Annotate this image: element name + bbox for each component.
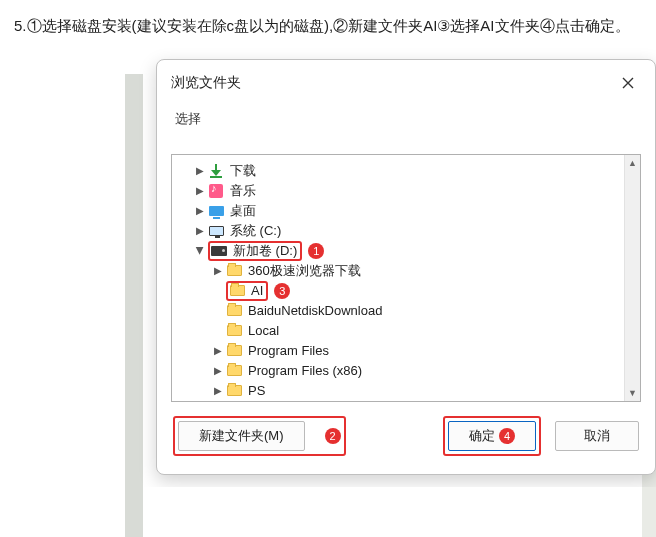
tree-item[interactable]: ▶ PS [176, 381, 636, 401]
tree-label: 新加卷 (D:) [233, 242, 297, 260]
callout-highlight: 确定 4 [443, 416, 541, 456]
folder-tree: ▶ 下载 ▶ 音乐 ▶ 桌面 ▶ 系统 (C:) [171, 154, 641, 402]
callout-highlight: AI [226, 281, 268, 301]
callout-highlight: 新加卷 (D:) [208, 241, 302, 261]
browse-folder-dialog: 浏览文件夹 选择 ▶ 下载 ▶ 音乐 ▶ 桌 [156, 59, 656, 475]
callout-badge: 2 [325, 428, 341, 444]
tree-item-music[interactable]: ▶ 音乐 [176, 181, 636, 201]
tree-item[interactable]: ▶ Program Files (x86) [176, 361, 636, 381]
dialog-buttons: 新建文件夹(M) 2 确定 4 取消 [171, 416, 641, 460]
chevron-right-icon[interactable]: ▶ [212, 345, 224, 356]
folder-icon [226, 343, 242, 359]
callout-badge: 3 [274, 283, 290, 299]
chevron-right-icon[interactable]: ▶ [194, 225, 206, 236]
tree-item[interactable]: BaiduNetdiskDownload [176, 301, 636, 321]
ok-label: 确定 [469, 427, 495, 445]
tree-label: Program Files [248, 343, 329, 358]
folder-icon [226, 263, 242, 279]
tree-item-system-c[interactable]: ▶ 系统 (C:) [176, 221, 636, 241]
callout-badge: 4 [499, 428, 515, 444]
folder-icon [226, 303, 242, 319]
callout-highlight: 新建文件夹(M) 2 [173, 416, 346, 456]
new-folder-button[interactable]: 新建文件夹(M) [178, 421, 305, 451]
drive-icon [208, 223, 224, 239]
folder-icon [226, 383, 242, 399]
dialog-prompt: 选择 [175, 110, 641, 128]
chevron-right-icon[interactable]: ▶ [212, 385, 224, 396]
callout-badge: 1 [308, 243, 324, 259]
tree-label: 桌面 [230, 202, 256, 220]
tree-item-newvol-d[interactable]: ▶ 新加卷 (D:) 1 [176, 241, 636, 261]
scroll-up-icon[interactable]: ▲ [625, 155, 640, 171]
chevron-right-icon[interactable]: ▶ [194, 185, 206, 196]
dialog-title: 浏览文件夹 [171, 74, 241, 92]
download-icon [208, 163, 224, 179]
background-decor [125, 74, 143, 487]
scrollbar[interactable]: ▲ ▼ [624, 155, 640, 401]
tree-label: 系统 (C:) [230, 222, 281, 240]
folder-icon [229, 283, 245, 299]
tree-label: PS [248, 383, 265, 398]
tree-label: AI [251, 283, 263, 298]
chevron-right-icon[interactable]: ▶ [212, 365, 224, 376]
instruction-text: 5.①选择磁盘安装(建议安装在除c盘以为的磁盘),②新建文件夹AI③选择AI文件… [14, 12, 642, 41]
ok-button[interactable]: 确定 4 [448, 421, 536, 451]
tree-label: 下载 [230, 162, 256, 180]
desktop-icon [208, 203, 224, 219]
tree-item-ai[interactable]: AI 3 [176, 281, 636, 301]
tree-label: 360极速浏览器下载 [248, 262, 361, 280]
drive-icon [211, 243, 227, 259]
scroll-down-icon[interactable]: ▼ [625, 385, 640, 401]
chevron-down-icon[interactable]: ▶ [195, 245, 206, 257]
close-button[interactable] [615, 70, 641, 96]
tree-item-downloads[interactable]: ▶ 下载 [176, 161, 636, 181]
tree-label: 音乐 [230, 182, 256, 200]
tree-item[interactable]: ▶ Program Files [176, 341, 636, 361]
close-icon [622, 77, 634, 89]
tree-label: Local [248, 323, 279, 338]
titlebar: 浏览文件夹 [157, 60, 655, 106]
tree-item[interactable]: ▶ 360极速浏览器下载 [176, 261, 636, 281]
cancel-button[interactable]: 取消 [555, 421, 639, 451]
tree-item-desktop[interactable]: ▶ 桌面 [176, 201, 636, 221]
music-icon [208, 183, 224, 199]
tree-label: Program Files (x86) [248, 363, 362, 378]
tree-label: BaiduNetdiskDownload [248, 303, 382, 318]
chevron-right-icon[interactable]: ▶ [194, 205, 206, 216]
chevron-right-icon[interactable]: ▶ [194, 165, 206, 176]
folder-icon [226, 363, 242, 379]
chevron-right-icon[interactable]: ▶ [212, 265, 224, 276]
folder-icon [226, 323, 242, 339]
tree-item[interactable]: Local [176, 321, 636, 341]
